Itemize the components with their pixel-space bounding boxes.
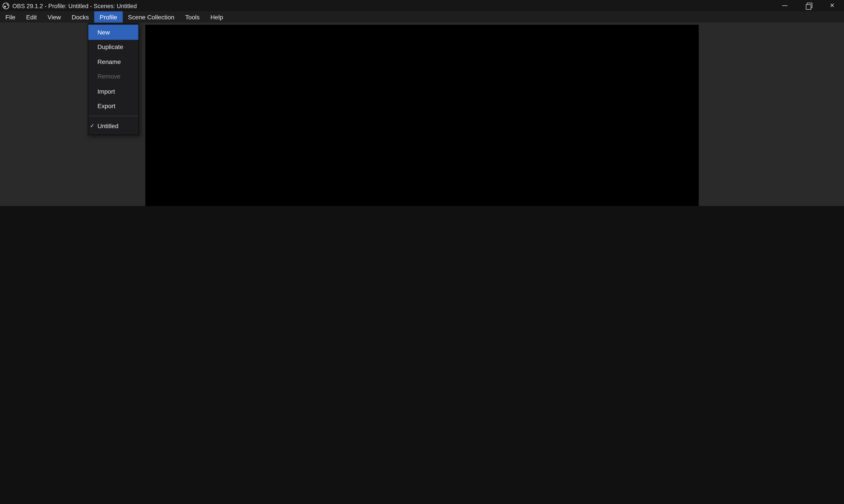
menu-docks[interactable]: Docks — [66, 11, 94, 22]
checkmark-icon: ✓ — [90, 123, 94, 129]
menu-item-new[interactable]: New — [88, 25, 139, 39]
preview-canvas[interactable] — [145, 25, 699, 206]
menu-scene-collection[interactable]: Scene Collection — [123, 11, 180, 22]
menu-item-remove: Remove — [88, 69, 139, 84]
window-title: OBS 29.1.2 - Profile: Untitled - Scenes:… — [12, 2, 137, 9]
menubar: File Edit View Docks Profile Scene Colle… — [0, 11, 844, 22]
restore-icon — [806, 3, 811, 8]
menu-item-rename[interactable]: Rename — [88, 54, 139, 69]
menu-separator — [89, 115, 138, 116]
menu-profile[interactable]: Profile — [94, 11, 123, 22]
close-button[interactable]: ✕ — [821, 0, 844, 11]
menu-view[interactable]: View — [42, 11, 66, 22]
obs-logo-icon — [2, 2, 10, 10]
minimize-icon — [782, 5, 788, 6]
menu-item-duplicate[interactable]: Duplicate — [88, 39, 139, 54]
menu-help[interactable]: Help — [205, 11, 229, 22]
close-icon: ✕ — [830, 3, 835, 8]
menu-item-import[interactable]: Import — [88, 84, 139, 99]
profile-name-label: Untitled — [97, 123, 118, 129]
menu-file[interactable]: File — [0, 11, 21, 22]
menu-tools[interactable]: Tools — [180, 11, 205, 22]
menu-item-export[interactable]: Export — [88, 99, 139, 113]
obs-window: OBS 29.1.2 - Profile: Untitled - Scenes:… — [0, 0, 844, 206]
titlebar: OBS 29.1.2 - Profile: Untitled - Scenes:… — [0, 0, 844, 11]
minimize-button[interactable] — [773, 0, 797, 11]
menu-item-profile-untitled[interactable]: ✓ Untitled — [88, 119, 139, 133]
menu-edit[interactable]: Edit — [21, 11, 42, 22]
profile-dropdown-menu: New Duplicate Rename Remove Import Expor… — [88, 23, 139, 135]
restore-button[interactable] — [797, 0, 821, 11]
